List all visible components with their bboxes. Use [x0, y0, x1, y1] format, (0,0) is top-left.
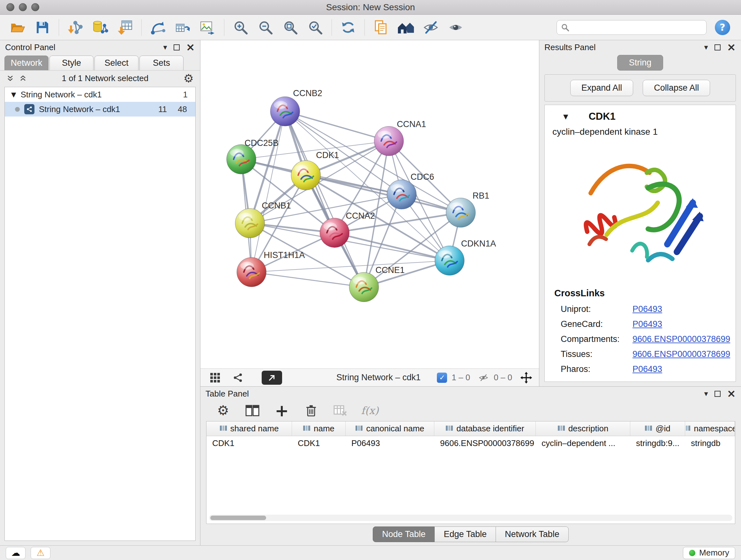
network-share-button[interactable] — [230, 370, 246, 385]
panel-close-icon[interactable]: × — [727, 389, 736, 398]
node-label-CCNE1: CCNE1 — [376, 265, 405, 275]
delete-column-button[interactable] — [302, 402, 320, 419]
tab-edge-table[interactable]: Edge Table — [434, 526, 496, 542]
show-columns-button[interactable] — [244, 402, 261, 419]
table-cell[interactable]: 9606.ENSP00000378699 — [434, 436, 536, 450]
table-cell[interactable]: P06493 — [346, 436, 434, 450]
function-builder-button[interactable]: f(x) — [361, 402, 379, 419]
selected-checkbox[interactable]: ✓ — [437, 373, 447, 383]
network-canvas[interactable]: CCNB2CCNA1CDC25BCDK1CDC6RB1CCNB1CCNA2CDK… — [200, 40, 539, 368]
warnings-button[interactable]: ⚠ — [30, 547, 51, 559]
table-cell[interactable]: CDK1 — [292, 436, 346, 450]
export-image-button[interactable] — [195, 17, 220, 38]
open-session-button[interactable] — [5, 17, 30, 38]
zoom-out-button[interactable] — [253, 17, 278, 38]
tree-expanded-icon[interactable]: ▼ — [11, 91, 16, 98]
column-header-name[interactable]: name — [292, 422, 346, 436]
crosslink-link[interactable]: P06493 — [632, 304, 662, 314]
network-edge-CCNE1-HIST1H1A[interactable] — [252, 272, 364, 287]
expand-all-button[interactable]: Expand All — [570, 80, 633, 96]
help-button[interactable]: ? — [715, 20, 730, 35]
expand-all-icon[interactable] — [6, 75, 14, 82]
tab-node-table[interactable]: Node Table — [373, 526, 434, 542]
window-zoom-button[interactable] — [31, 3, 39, 11]
zoom-in-button[interactable] — [228, 17, 253, 38]
crosslink-link[interactable]: 9606.ENSP00000378699 — [632, 349, 730, 359]
panel-close-icon[interactable]: × — [727, 43, 736, 51]
network-title: String Network – cdk1 — [336, 373, 421, 382]
horizontal-scrollbar[interactable] — [209, 515, 732, 521]
copy-document-button[interactable] — [368, 17, 394, 38]
pan-move-icon[interactable] — [520, 371, 533, 384]
table-settings-button[interactable]: ⚙ — [214, 402, 232, 419]
new-network-button[interactable] — [145, 17, 171, 38]
crosslink-link[interactable]: P06493 — [632, 364, 662, 374]
table-cell[interactable]: CDK1 — [206, 436, 292, 450]
table-cell[interactable]: cyclin–dependent ... — [536, 436, 630, 450]
network-collection-row[interactable]: ▼ String Network – cdk1 1 — [5, 87, 195, 102]
panel-collapse-icon[interactable]: ▾ — [163, 44, 167, 51]
houses-icon — [397, 20, 415, 35]
protein-structure-image — [571, 148, 709, 275]
panel-collapse-icon[interactable]: ▾ — [704, 44, 708, 51]
zoom-selected-button[interactable] — [303, 17, 328, 38]
zoom-fit-button[interactable] — [278, 17, 303, 38]
crosslink-label: GeneCard: — [561, 319, 632, 329]
section-expanded-icon[interactable]: ▼ — [563, 113, 568, 120]
cdk1-section-header[interactable]: ▼ CDK1 — [545, 105, 736, 125]
column-header-description[interactable]: description — [536, 422, 630, 436]
tab-network[interactable]: Network — [4, 56, 49, 70]
column-header-@id[interactable]: @id — [630, 422, 685, 436]
import-table-button[interactable] — [113, 17, 138, 38]
panel-close-icon[interactable]: × — [186, 43, 195, 51]
column-header-database-identifier[interactable]: database identifier — [434, 422, 536, 436]
search-input[interactable] — [573, 22, 702, 32]
import-network-database-button[interactable] — [88, 17, 113, 38]
toolbar-separator — [332, 19, 332, 36]
column-header-canonical-name[interactable]: canonical name — [346, 422, 434, 436]
table-panel-header: Table Panel ▾ × — [200, 387, 741, 401]
collapse-all-icon[interactable] — [19, 75, 27, 82]
import-network-file-button[interactable] — [63, 17, 88, 38]
table-cell[interactable]: stringdb:9... — [630, 436, 685, 450]
network-edge-CCNB2-CCNE1[interactable] — [285, 111, 364, 287]
panel-collapse-icon[interactable]: ▾ — [704, 390, 708, 397]
add-column-button[interactable]: + — [273, 402, 290, 419]
tab-style[interactable]: Style — [50, 56, 93, 70]
panel-float-icon[interactable] — [174, 44, 180, 51]
home-networks-button[interactable] — [394, 17, 418, 38]
memory-button[interactable]: Memory — [683, 547, 735, 559]
crosslink-row: Tissues:9606.ENSP00000378699 — [545, 347, 736, 362]
table-cell[interactable]: stringdb — [685, 436, 735, 450]
save-session-button[interactable] — [30, 17, 55, 38]
tab-select[interactable]: Select — [94, 56, 138, 70]
top-row: CCNB2CCNA1CDC25BCDK1CDC6RB1CCNB1CCNA2CDK… — [200, 40, 741, 386]
gear-icon[interactable]: ⚙ — [184, 73, 194, 84]
tab-string[interactable]: String — [617, 55, 664, 71]
crosslink-link[interactable]: P06493 — [632, 319, 662, 329]
clone-network-button[interactable] — [171, 17, 195, 38]
birdseye-view-button[interactable] — [207, 370, 223, 385]
hidden-eye-slash-icon[interactable] — [478, 373, 489, 382]
window-close-button[interactable] — [6, 3, 14, 11]
graphics-details-button[interactable] — [443, 17, 468, 38]
hide-unhide-button[interactable] — [418, 17, 443, 38]
tab-network-table[interactable]: Network Table — [496, 526, 569, 542]
tab-sets[interactable]: Sets — [139, 56, 184, 70]
column-header-namespace[interactable]: namespace — [685, 422, 735, 436]
column-header-shared-name[interactable]: shared name — [206, 422, 292, 436]
network-row-selected[interactable]: String Network – cdk1 11 48 — [5, 102, 195, 117]
network-edge-CCNB2-CCNA1[interactable] — [285, 111, 389, 141]
crosslink-link[interactable]: 9606.ENSP00000378699 — [632, 334, 730, 344]
panel-float-icon[interactable] — [715, 391, 721, 397]
refresh-button[interactable] — [336, 17, 360, 38]
scrollbar-thumb[interactable] — [210, 516, 266, 520]
network-edge-CCNB2-HIST1H1A[interactable] — [252, 111, 285, 272]
table-row[interactable]: CDK1CDK1P064939606.ENSP00000378699cyclin… — [206, 436, 735, 450]
detach-view-button[interactable] — [262, 371, 282, 385]
collapse-all-button[interactable]: Collapse All — [643, 80, 710, 96]
cloud-button[interactable]: ☁ — [6, 547, 25, 559]
control-panel: Control Panel ▾ × NetworkStyleSelectSets… — [0, 40, 200, 545]
window-minimize-button[interactable] — [19, 3, 27, 11]
panel-float-icon[interactable] — [715, 44, 721, 51]
